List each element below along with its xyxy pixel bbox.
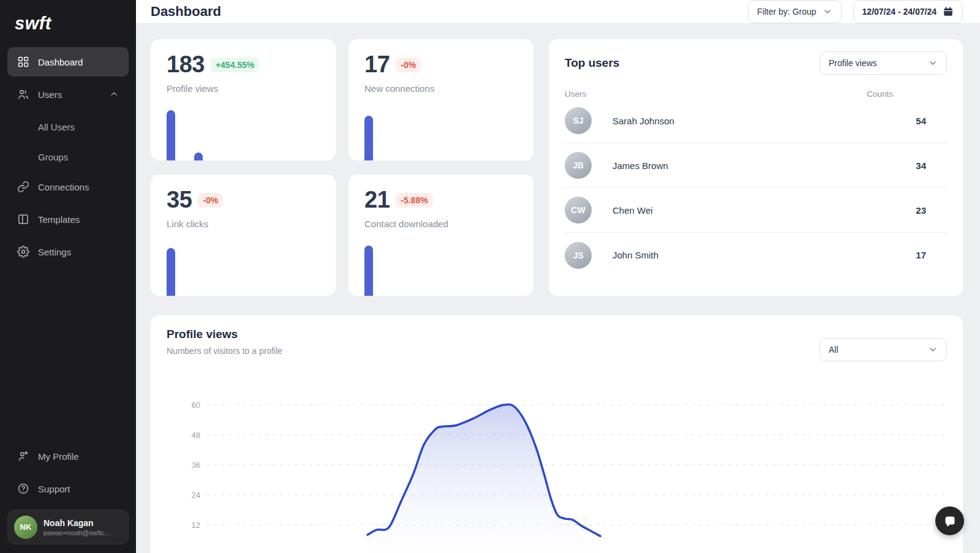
column-header-users: Users (565, 89, 586, 99)
sidebar-item-connections[interactable]: Connections (7, 172, 129, 201)
user-profile-card[interactable]: NK Noah Kagan pawan+noah@swftc... (7, 510, 129, 544)
chart-filter-value: All (829, 345, 839, 355)
user-count: 54 (916, 116, 926, 126)
mini-bar (364, 246, 373, 296)
avatar: SJ (565, 107, 592, 134)
table-row[interactable]: JB James Brown 34 (565, 143, 947, 188)
user-name: James Brown (612, 160, 668, 171)
svg-text:48: 48 (192, 431, 200, 440)
topbar: Dashboard Filter by: Group 12/07/24 - 24… (136, 0, 980, 24)
filter-by-group-dropdown[interactable]: Filter by: Group (748, 0, 841, 23)
stat-card-profile-views: 183 +454.55% Profile views (151, 39, 336, 160)
sidebar-item-label: Settings (38, 247, 71, 257)
top-users-panel: Top users Profile views Users Counts SJ … (549, 39, 963, 296)
sidebar-item-support[interactable]: Support (7, 474, 129, 503)
link-icon (17, 181, 29, 193)
sidebar-item-label: Connections (38, 182, 89, 192)
chevron-down-icon (928, 345, 938, 355)
user-name: Sarah Johnson (612, 116, 674, 126)
table-row[interactable]: CW Chen Wei 23 (565, 188, 947, 233)
metric-selected-value: Profile views (829, 58, 877, 68)
stat-delta-badge: -5.88% (396, 193, 432, 208)
avatar: JB (565, 152, 592, 179)
sidebar-item-label: Templates (38, 214, 80, 225)
profile-views-chart-card: Profile views Numbers of visitors to a p… (151, 315, 963, 553)
users-icon (17, 88, 29, 100)
chevron-down-icon (928, 58, 938, 68)
sidebar-footer: My Profile Support NK Noah Kagan pawan+n… (0, 442, 136, 553)
main-area: Dashboard Filter by: Group 12/07/24 - 24… (136, 0, 980, 553)
sidebar-item-label: Users (38, 89, 62, 100)
stat-value: 17 (364, 51, 390, 78)
avatar: JS (565, 242, 592, 269)
user-count: 34 (916, 160, 926, 171)
chart-filter-dropdown[interactable]: All (820, 338, 947, 361)
sidebar-item-all-users[interactable]: All Users (7, 112, 129, 142)
avatar: CW (565, 197, 592, 224)
stat-card-new-connections: 17 -0% New connections (349, 39, 533, 160)
top-users-title: Top users (565, 56, 619, 70)
svg-text:36: 36 (192, 461, 200, 470)
stat-card-link-clicks: 35 -0% Link clicks (151, 175, 336, 296)
profile-email: pawan+noah@swftc... (43, 529, 110, 536)
dashboard-content: 183 +454.55% Profile views 17 -0% New co… (136, 24, 980, 553)
mini-bar (167, 110, 175, 160)
stat-label: Contact downloaded (364, 219, 518, 229)
user-arrow-icon (17, 450, 29, 462)
chat-bubble-icon (943, 514, 957, 529)
template-icon (17, 213, 29, 225)
sidebar-item-settings[interactable]: Settings (7, 237, 129, 266)
sidebar-item-users[interactable]: Users (7, 80, 129, 109)
chevron-down-icon (823, 7, 832, 17)
table-row[interactable]: SJ Sarah Johnson 54 (565, 99, 947, 143)
svg-text:12: 12 (192, 521, 200, 530)
stat-delta-badge: -0% (198, 193, 223, 208)
user-name: Chen Wei (612, 205, 653, 216)
filter-label: Filter by: Group (757, 7, 816, 17)
sidebar-item-label: Dashboard (38, 57, 83, 67)
sidebar-item-my-profile[interactable]: My Profile (7, 442, 129, 471)
gear-icon (17, 246, 29, 258)
sidebar-nav: Dashboard Users All Users Groups Connect… (0, 46, 136, 269)
svg-text:60: 60 (192, 401, 200, 410)
svg-text:24: 24 (192, 491, 200, 500)
help-icon (17, 483, 29, 495)
stat-delta-badge: +454.55% (211, 58, 259, 72)
stat-value: 183 (167, 51, 205, 78)
sidebar: swft Dashboard Users All Users Groups (0, 0, 136, 553)
avatar: NK (14, 516, 37, 539)
date-range-picker[interactable]: 12/07/24 - 24/07/24 (853, 0, 963, 23)
stat-label: Profile views (167, 83, 320, 94)
stat-label: Link clicks (167, 219, 320, 229)
sidebar-item-groups[interactable]: Groups (7, 142, 129, 172)
grid-icon (17, 56, 29, 68)
stats-grid: 183 +454.55% Profile views 17 -0% New co… (151, 39, 533, 296)
user-count: 17 (916, 250, 926, 260)
mini-bar (194, 152, 203, 160)
sidebar-item-label: Support (38, 484, 70, 494)
stat-delta-badge: -0% (396, 58, 421, 72)
calendar-icon (943, 6, 954, 17)
brand-logo: swft (0, 0, 136, 46)
chat-widget-button[interactable] (935, 506, 964, 535)
page-title: Dashboard (151, 4, 221, 20)
stat-value: 35 (167, 187, 192, 213)
sidebar-item-templates[interactable]: Templates (7, 205, 129, 234)
column-header-counts: Counts (867, 89, 893, 99)
stat-value: 21 (364, 187, 390, 213)
date-range-value: 12/07/24 - 24/07/24 (862, 7, 937, 17)
stat-card-contact-downloaded: 21 -5.88% Contact downloaded (349, 175, 533, 296)
table-row[interactable]: JS John Smith 17 (565, 233, 947, 277)
user-count: 23 (916, 205, 926, 216)
user-name: John Smith (612, 250, 658, 260)
chevron-up-icon (109, 89, 119, 99)
profile-name: Noah Kagan (43, 518, 110, 528)
top-users-metric-dropdown[interactable]: Profile views (820, 51, 947, 75)
mini-bar (364, 116, 373, 160)
mini-bar (167, 248, 175, 296)
stat-label: New connections (364, 83, 518, 94)
sidebar-item-label: My Profile (38, 451, 79, 462)
sidebar-item-dashboard[interactable]: Dashboard (7, 47, 129, 77)
